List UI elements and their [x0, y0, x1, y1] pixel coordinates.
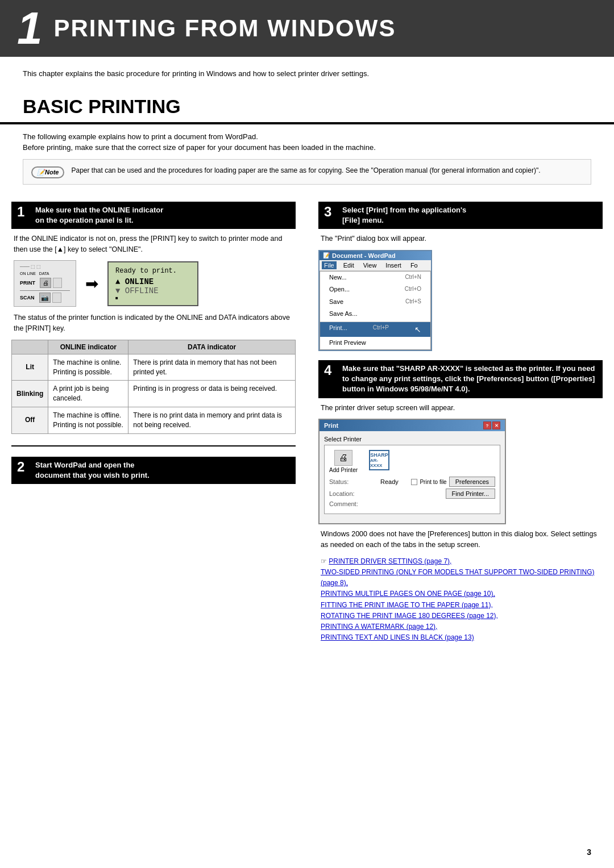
step1-title: Make sure that the ONLINE indicator on t…: [32, 205, 163, 226]
step1-header: 1 Make sure that the ONLINE indicator on…: [11, 202, 296, 229]
main-content: 1 Make sure that the ONLINE indicator on…: [0, 194, 614, 644]
table-row: Blinking A print job is being canceled. …: [12, 381, 296, 407]
print-dialog: Print ? ✕ Select Printer 🖨 Add Printer: [318, 419, 506, 524]
sharp-printer-icon: SHARP AR-XXXX: [369, 450, 389, 470]
link-fitting[interactable]: FITTING THE PRINT IMAGE TO THE PAPER (pa…: [321, 601, 493, 609]
dialog-status-row: Status: Ready Print to file Preferences: [329, 477, 495, 487]
step1-number: 1: [17, 205, 32, 226]
note-text: Paper that can be used and the procedure…: [71, 165, 540, 176]
menu-edit[interactable]: Edit: [341, 261, 356, 269]
dialog-comment-row: Comment:: [329, 500, 495, 507]
menu-item-print[interactable]: Print...Ctrl+P ↖: [320, 322, 430, 337]
select-printer-label: Select Printer: [324, 436, 500, 443]
link-text-lines[interactable]: PRINTING TEXT AND LINES IN BLACK (page 1…: [321, 633, 474, 641]
menu-file[interactable]: File: [322, 261, 337, 269]
step4-body1: The printer driver setup screen will app…: [318, 403, 603, 414]
step2-title: Start WordPad and open the document that…: [32, 460, 150, 481]
link-printer-driver[interactable]: PRINTER DRIVER SETTINGS (page 7),: [329, 557, 451, 565]
add-printer-icon: 🖨: [334, 450, 352, 466]
lcd-display: Ready to print. ▲ ONLINE ▼ OFFLINE ■: [107, 261, 198, 306]
dialog-close-btn[interactable]: ✕: [492, 422, 500, 429]
table-header-data: DATA indicator: [128, 340, 296, 354]
menu-item-new[interactable]: New...Ctrl+N: [320, 272, 430, 284]
section-intro: The following example explains how to pr…: [0, 131, 614, 159]
print-to-file-checkbox[interactable]: [411, 479, 417, 485]
panel-images: ─── ⬚ ⬚ ON LINE DATA PRINT 🖨 SCAN 📷: [14, 260, 296, 307]
step4-header: 4 Make sure that "SHARP AR-XXXX" is sele…: [318, 360, 603, 398]
step2-header: 2 Start WordPad and open the document th…: [11, 457, 296, 484]
right-column: 3 Select [Print] from the application's …: [307, 194, 603, 644]
dialog-titlebar: Print ? ✕: [320, 420, 505, 431]
link-watermark[interactable]: PRINTING A WATERMARK (page 12),: [321, 623, 437, 631]
table-row: Lit The machine is online.Printing is po…: [12, 354, 296, 381]
step3-number: 3: [324, 205, 339, 226]
menu-view[interactable]: View: [361, 261, 379, 269]
step4-title: Make sure that "SHARP AR-XXXX" is select…: [339, 364, 597, 395]
link-multiple-pages[interactable]: PRINTING MULTIPLE PAGES ON ONE PAGE (pag…: [321, 590, 495, 598]
chapter-header: 1 PRINTING FROM WINDOWS: [0, 0, 614, 57]
step2-section: 2 Start WordPad and open the document th…: [11, 445, 296, 484]
table-row: Off The machine is offline.Printing is n…: [12, 407, 296, 434]
select-printer-box: 🖨 Add Printer SHARP AR-XXXX Status:: [324, 445, 500, 514]
printer-panel: ─── ⬚ ⬚ ON LINE DATA PRINT 🖨 SCAN 📷: [14, 260, 76, 307]
section-title: BASIC PRINTING: [0, 91, 614, 124]
dialog-body: Select Printer 🖨 Add Printer SHARP AR-XX…: [320, 431, 505, 523]
chapter-title: PRINTING FROM WINDOWS: [54, 15, 396, 42]
menu-item-saveas[interactable]: Save As...: [320, 308, 430, 320]
add-printer-item[interactable]: 🖨 Add Printer: [329, 450, 358, 473]
step3-header: 3 Select [Print] from the application's …: [318, 202, 603, 229]
note-box: 📝Note Paper that can be used and the pro…: [23, 159, 591, 185]
find-printer-button[interactable]: Find Printer...: [446, 489, 495, 499]
menu-insert[interactable]: Insert: [383, 261, 404, 269]
step3-body: The "Print" dialog box will appear.: [318, 233, 603, 244]
step1-body: If the ONLINE indicator is not on, press…: [11, 233, 296, 255]
step1-status-text: The status of the printer function is in…: [11, 312, 296, 334]
file-menu-dropdown: New...Ctrl+N Open...Ctrl+O SaveCtrl+S Sa…: [320, 271, 431, 350]
menu-item-print-preview[interactable]: Print Preview: [320, 337, 430, 349]
link-icon: ☞: [321, 557, 327, 565]
wordpad-window: 📝 Document - WordPad File Edit View Inse…: [318, 250, 432, 351]
left-column: 1 Make sure that the ONLINE indicator on…: [11, 194, 307, 644]
table-header-online: ONLINE indicator: [48, 340, 128, 354]
intro-text: This chapter explains the basic procedur…: [0, 68, 614, 91]
links-section: ☞ PRINTER DRIVER SETTINGS (page 7), TWO-…: [318, 556, 603, 644]
step4-body2: Windows 2000 does not have the [Preferen…: [318, 529, 603, 550]
menu-fo[interactable]: Fo: [408, 261, 420, 269]
wordpad-titlebar: 📝 Document - WordPad: [320, 251, 431, 260]
indicator-table: ONLINE indicator DATA indicator Lit The …: [11, 340, 296, 434]
wordpad-menubar: File Edit View Insert Fo: [320, 260, 431, 271]
step4-number: 4: [324, 364, 339, 395]
note-icon: 📝Note: [31, 166, 64, 178]
step2-number: 2: [17, 460, 32, 481]
chapter-number: 1: [17, 6, 43, 51]
link-two-sided[interactable]: TWO-SIDED PRINTING (ONLY FOR MODELS THAT…: [321, 568, 595, 587]
dialog-close-buttons: ? ✕: [483, 422, 500, 429]
page-number: 3: [587, 848, 591, 857]
dialog-location-row: Location: Find Printer...: [329, 489, 495, 499]
step3-title: Select [Print] from the application's [F…: [339, 205, 466, 226]
menu-item-open[interactable]: Open...Ctrl+O: [320, 283, 430, 296]
print-to-file-row: Print to file Preferences: [411, 477, 495, 487]
sharp-printer-item[interactable]: SHARP AR-XXXX: [369, 450, 389, 473]
printer-icons-row: 🖨 Add Printer SHARP AR-XXXX: [329, 450, 495, 473]
wordpad-icon: 📝: [323, 252, 330, 258]
arrow-icon: ➡: [85, 274, 98, 293]
dialog-help-btn[interactable]: ?: [483, 422, 491, 429]
link-rotating[interactable]: ROTATING THE PRINT IMAGE 180 DEGREES (pa…: [321, 612, 498, 620]
menu-item-save[interactable]: SaveCtrl+S: [320, 296, 430, 308]
preferences-button[interactable]: Preferences: [449, 477, 495, 487]
add-printer-label: Add Printer: [329, 467, 358, 473]
